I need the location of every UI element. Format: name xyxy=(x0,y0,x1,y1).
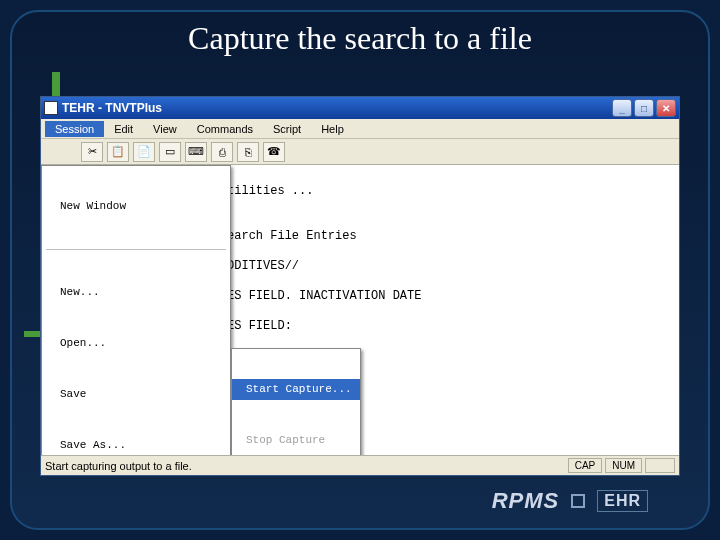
footer-logo: RPMS EHR xyxy=(492,488,648,514)
terminal-area[interactable]: Utilities ... . Search File Entries ADDI… xyxy=(41,165,679,455)
menu-item-open[interactable]: Open... xyxy=(42,333,230,354)
status-message: Start capturing output to a file. xyxy=(45,460,565,472)
submenu-stop-capture: Stop Capture xyxy=(232,430,360,451)
status-cap: CAP xyxy=(568,458,603,473)
capture-submenu: Start Capture... Stop Capture Play Back.… xyxy=(231,348,361,455)
window-title: TEHR - TNVTPlus xyxy=(62,101,162,115)
minimize-button[interactable]: _ xyxy=(612,99,632,117)
statusbar: Start capturing output to a file. CAP NU… xyxy=(41,455,679,475)
toolbar-button[interactable]: ⎙ xyxy=(211,142,233,162)
toolbar-button[interactable]: ✂ xyxy=(81,142,103,162)
menu-view[interactable]: View xyxy=(143,121,187,137)
logo-rpms: RPMS xyxy=(492,488,560,514)
slide-title: Capture the search to a file xyxy=(12,12,708,61)
menu-session[interactable]: Session xyxy=(45,121,104,137)
menu-item-save[interactable]: Save xyxy=(42,384,230,405)
toolbar-button[interactable]: ☎ xyxy=(263,142,285,162)
menu-separator xyxy=(46,249,226,250)
menu-edit[interactable]: Edit xyxy=(104,121,143,137)
toolbar-button[interactable]: 📋 xyxy=(107,142,129,162)
menu-item-new[interactable]: New... xyxy=(42,282,230,303)
close-button[interactable]: ✕ xyxy=(656,99,676,117)
maximize-button[interactable]: □ xyxy=(634,99,654,117)
status-blank xyxy=(645,458,675,473)
logo-ehr: EHR xyxy=(597,490,648,512)
session-dropdown-menu: New Window New... Open... Save Save As..… xyxy=(41,165,231,455)
menubar: Session Edit View Commands Script Help xyxy=(41,119,679,139)
toolbar: ✂ 📋 📄 ▭ ⌨ ⎙ ⎘ ☎ xyxy=(41,139,679,165)
menu-help[interactable]: Help xyxy=(311,121,354,137)
app-icon: ▣ xyxy=(44,101,58,115)
toolbar-button[interactable]: ⎘ xyxy=(237,142,259,162)
menu-item-save-as[interactable]: Save As... xyxy=(42,435,230,455)
toolbar-button[interactable]: ▭ xyxy=(159,142,181,162)
logo-separator-icon xyxy=(571,494,585,508)
status-num: NUM xyxy=(605,458,642,473)
toolbar-button[interactable]: 📄 xyxy=(133,142,155,162)
menu-script[interactable]: Script xyxy=(263,121,311,137)
app-window: ▣ TEHR - TNVTPlus _ □ ✕ Session Edit Vie… xyxy=(40,96,680,476)
menu-commands[interactable]: Commands xyxy=(187,121,263,137)
toolbar-button[interactable]: ⌨ xyxy=(185,142,207,162)
titlebar: ▣ TEHR - TNVTPlus _ □ ✕ xyxy=(41,97,679,119)
submenu-start-capture[interactable]: Start Capture... xyxy=(232,379,360,400)
menu-item-new-window[interactable]: New Window xyxy=(42,196,230,217)
